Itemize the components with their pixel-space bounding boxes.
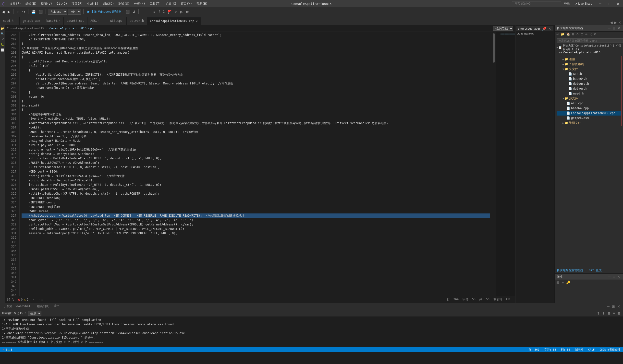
menu-help[interactable]: 帮助(H) [195, 1, 210, 6]
solution-root-node[interactable]: ▼ 📋 解决方案'ConsoleApplication815'(1 个项目/共 … [555, 45, 623, 50]
shellcode-pin[interactable]: 📌 [541, 26, 547, 31]
menu-file[interactable]: 文件(F) [8, 1, 23, 6]
props-pin-btn[interactable]: ─ [607, 274, 611, 279]
toolbar-misc-btn5[interactable]: ⤵ [162, 9, 166, 14]
menu-analyze[interactable]: 分析(N) [132, 1, 147, 6]
getpeb-asm-node[interactable]: 📄 getpeb.asm [556, 116, 621, 121]
tab-scroll-left[interactable]: ◀ [609, 20, 613, 25]
minimize-button[interactable]: ─ [597, 1, 603, 6]
menu-ext[interactable]: 扩展(X) [163, 1, 178, 6]
props-btn-2[interactable]: ≡ [561, 280, 564, 285]
resources-node[interactable]: ▶ 📁 资源文件 [556, 121, 621, 125]
need-h-node[interactable]: ▶ 📄 need.h [556, 91, 621, 96]
solution-expand-arrow[interactable]: ▼ [556, 46, 558, 49]
activity-debug[interactable]: 🐛 [0, 42, 5, 47]
menu-edit[interactable]: 编辑(E) [23, 1, 39, 6]
tab-base64-cpp[interactable]: base64.cpp [64, 17, 88, 25]
activity-search[interactable]: 🔍 [0, 31, 5, 36]
output-toolbar-btn-5[interactable]: ⊟ [617, 311, 621, 316]
tab-aes-h[interactable]: AES.h [88, 17, 107, 25]
aes-h-node[interactable]: ▶ 📄 AES.h [556, 71, 621, 76]
sol-pin-btn[interactable]: ─ [607, 26, 611, 30]
sol-toolbar-btn-7[interactable]: ✏ [584, 32, 588, 36]
toolbar-save-btn[interactable]: 💾 [30, 9, 37, 14]
toolbar-forward-btn[interactable]: ▶ [7, 9, 11, 14]
toolbar-misc-btn7[interactable]: ◁ [174, 9, 178, 14]
tab-close-console-cpp[interactable]: ✕ [196, 19, 198, 23]
sol-toolbar-btn-9[interactable]: ⚙ [593, 32, 597, 36]
sol-toolbar-btn-5[interactable]: ⟳ [576, 32, 580, 36]
tab-output[interactable]: 输出 [52, 303, 62, 309]
ext-arrow[interactable]: ▶ [562, 63, 564, 66]
tab-scroll-right[interactable]: ▶ [613, 20, 618, 25]
platform-dropdown[interactable]: x64 [68, 9, 81, 15]
maximize-button[interactable]: □ [606, 1, 612, 6]
toolbar-save-all-btn[interactable]: ⬛ [38, 9, 44, 14]
external-deps-node[interactable]: ▶ 📁 外部依赖项 [556, 62, 621, 67]
tab-detver-h[interactable]: detver.h [127, 17, 147, 25]
tab-console-cpp[interactable]: ConsoleApplication815.cpp ✕ [147, 17, 201, 25]
search-input[interactable] [512, 1, 561, 6]
menu-git[interactable]: Git(G) [55, 1, 69, 6]
output-toolbar-btn-3[interactable]: ⊞ [607, 311, 611, 316]
refs-node[interactable]: ▶ 📁 引用 [556, 57, 621, 62]
output-pin-btn[interactable]: ─ [606, 304, 610, 309]
tab-powershell[interactable]: 开发者 PowerShell [2, 304, 34, 309]
shellcode-close[interactable]: ✕ [548, 26, 552, 31]
menu-tools[interactable]: 工具(T) [148, 1, 163, 6]
nav-forward-btn[interactable]: → [37, 298, 40, 302]
tab-errors[interactable]: 错误列表 [35, 304, 51, 309]
status-char[interactable]: 字符: 53 [543, 348, 557, 351]
props-btn-3[interactable]: 🔑 [565, 280, 571, 285]
tab-getpeb-asm[interactable]: getpeb.asm [20, 17, 43, 25]
config-dropdown[interactable]: Release [48, 9, 67, 15]
solution-explorer-link[interactable]: 解决方案资源管理器 [556, 268, 583, 272]
menu-build[interactable]: 生成(B) [85, 1, 100, 6]
toolbar-undo-btn[interactable]: ↩ [15, 9, 20, 14]
output-toolbar-btn-2[interactable]: ⬇ [601, 311, 606, 316]
error-indicator[interactable]: ✕ [18, 298, 20, 302]
toolbar-misc-btn8[interactable]: ▷ [179, 9, 184, 14]
detours-h-node[interactable]: ▶ 📄 detours.h [556, 81, 621, 86]
menu-test[interactable]: 测试(S) [116, 1, 132, 6]
git-changes-link[interactable]: Git 更改 [589, 268, 602, 272]
toolbar-misc-btn2[interactable]: ⊟ [147, 9, 151, 14]
base64-h-node[interactable]: ▶ 📄 base64.h [556, 76, 621, 81]
nav-bookmark-btn[interactable]: ≡ [41, 298, 43, 302]
menu-project[interactable]: 项目(P) [69, 1, 85, 6]
toolbar-misc-btn3[interactable]: ≡ [152, 9, 156, 14]
close-button[interactable]: ✕ [615, 1, 621, 6]
nav-back-btn[interactable]: ← [32, 298, 36, 302]
props-btn-1[interactable]: ⊞ [556, 280, 560, 285]
tab-close-panel[interactable]: ✕ [618, 20, 622, 25]
headers-arrow[interactable]: ▼ [562, 68, 564, 70]
live-share-button[interactable]: ⟳ Live Share [573, 1, 594, 6]
toolbar-redo-btn[interactable]: ↪ [21, 9, 26, 14]
sol-float-btn[interactable]: ⊞ [612, 26, 616, 30]
sol-toolbar-btn-8[interactable]: ◁ [589, 32, 593, 36]
scrollbar-thumb[interactable] [493, 33, 495, 63]
menu-debug[interactable]: 调试(D) [101, 1, 116, 6]
output-toolbar-btn-4[interactable]: ≡ [612, 311, 616, 316]
activity-explorer[interactable]: 📁 [0, 26, 5, 31]
editor-scrollbar[interactable] [492, 32, 496, 296]
toolbar-misc-btn1[interactable]: ⊞ [141, 9, 146, 14]
status-col[interactable]: 列: 56 [560, 348, 571, 351]
sol-toolbar-btn-1[interactable]: ↩ [556, 32, 559, 36]
sol-close-btn[interactable]: ✕ [617, 26, 621, 30]
menu-window[interactable]: 窗口(W) [179, 1, 194, 6]
project-expand-arrow[interactable]: ▼ [558, 51, 560, 54]
console-cpp-node[interactable]: 📄 ConsoleApplication815.cpp [556, 111, 621, 116]
props-close-btn[interactable]: ✕ [617, 274, 621, 279]
solution-search-input[interactable] [556, 39, 623, 43]
status-eol[interactable]: CRLF [587, 348, 596, 351]
warning-indicator[interactable]: ⚠ [24, 298, 26, 302]
scope-dropdown[interactable]: (全局范围) [493, 26, 513, 31]
activity-git[interactable]: ⎇ [0, 37, 5, 42]
login-btn[interactable]: 登录 [564, 2, 570, 6]
tab-base64-h[interactable]: base64.h [43, 17, 64, 25]
run-debugger-button[interactable]: ▶ 本地 Windows 调试器 [86, 9, 123, 14]
output-float-btn[interactable]: ⊞ [611, 304, 616, 309]
aes-cpp-node[interactable]: 📄 AES.cpp [556, 101, 621, 106]
output-close-btn[interactable]: ✕ [617, 304, 621, 309]
